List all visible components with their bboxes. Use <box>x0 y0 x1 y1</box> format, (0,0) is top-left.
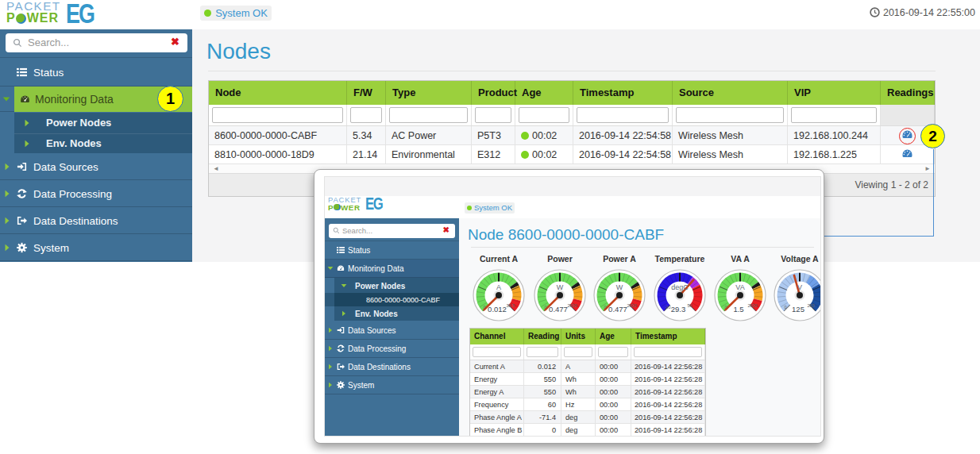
svg-text:2500: 2500 <box>748 303 758 308</box>
svg-text:0: 0 <box>484 305 486 310</box>
svg-text:50: 50 <box>688 303 693 308</box>
svg-text:0: 0 <box>545 305 547 310</box>
svg-text:W: W <box>616 283 623 291</box>
svg-text:0: 0 <box>785 305 787 310</box>
svg-text:2500: 2500 <box>627 303 637 308</box>
svg-text:1.5: 1.5 <box>733 305 743 314</box>
svg-text:2500: 2500 <box>568 303 577 308</box>
svg-text:29.3: 29.3 <box>671 305 686 314</box>
svg-text:125: 125 <box>792 305 804 314</box>
svg-text:-10: -10 <box>665 305 671 310</box>
svg-text:0: 0 <box>604 305 607 310</box>
svg-text:V: V <box>797 283 802 291</box>
svg-text:VA: VA <box>735 283 744 291</box>
svg-text:degC: degC <box>671 283 689 291</box>
svg-text:0.477: 0.477 <box>549 305 568 314</box>
svg-text:A: A <box>496 283 501 291</box>
svg-text:283: 283 <box>808 303 815 308</box>
svg-text:0.012: 0.012 <box>488 305 507 314</box>
svg-text:0: 0 <box>725 305 727 310</box>
svg-text:38.5: 38.5 <box>507 303 515 308</box>
svg-text:0.477: 0.477 <box>608 305 627 314</box>
svg-text:W: W <box>557 283 564 291</box>
